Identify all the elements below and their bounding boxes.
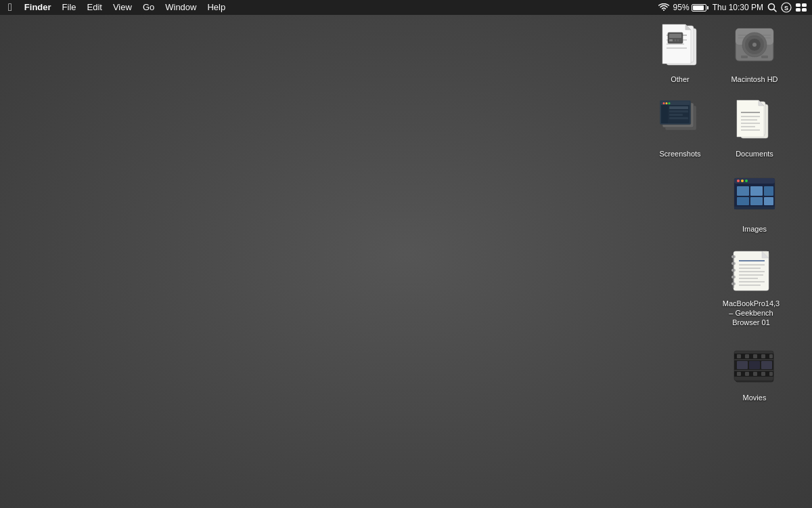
menu-view[interactable]: View: [108, 0, 137, 15]
menu-help[interactable]: Help: [202, 0, 231, 15]
desktop-icon-images[interactable]: Images: [724, 170, 785, 236]
svg-rect-18: [669, 39, 673, 41]
svg-rect-43: [669, 117, 688, 119]
svg-rect-39: [661, 105, 668, 123]
desktop-icons: Other: [650, 20, 785, 405]
geekbench-icon-image: [727, 247, 775, 296]
screenshots-icon-image: [656, 98, 704, 146]
svg-point-36: [663, 102, 665, 104]
svg-rect-96: [769, 372, 773, 376]
svg-rect-99: [749, 361, 760, 369]
svg-point-58: [745, 179, 748, 182]
siri-icon[interactable]: S: [781, 2, 792, 13]
desktop-row-3: Images: [650, 170, 785, 236]
svg-rect-19: [675, 39, 676, 41]
svg-rect-20: [677, 39, 679, 41]
desktop-icon-movies[interactable]: Movies: [724, 339, 785, 405]
desktop-icon-geekbench[interactable]: MacBookPro14,3 – Geekbench Browser 01: [717, 245, 785, 331]
svg-rect-88: [745, 354, 749, 358]
menubar-left:  Finder File Edit View Go Window Help: [5, 0, 231, 15]
svg-rect-64: [764, 197, 773, 205]
desktop-icon-macintosh-hd[interactable]: Macintosh HD: [724, 20, 785, 87]
app-name[interactable]: Finder: [19, 0, 57, 15]
svg-point-38: [669, 102, 671, 104]
svg-rect-55: [734, 178, 775, 184]
movies-label: Movies: [743, 393, 767, 402]
svg-rect-95: [761, 372, 765, 376]
menu-file[interactable]: File: [57, 0, 82, 15]
screenshots-label: Screenshots: [659, 149, 700, 158]
svg-rect-4: [796, 3, 800, 7]
svg-rect-62: [737, 197, 749, 205]
svg-rect-94: [753, 372, 757, 376]
svg-rect-63: [750, 197, 763, 205]
movies-icon-image: [730, 341, 779, 390]
menu-window[interactable]: Window: [160, 0, 202, 15]
svg-rect-41: [669, 110, 688, 112]
menubar-right: 95% Thu 10:30 PM S: [658, 2, 807, 13]
time-display: Thu 10:30 PM: [713, 3, 763, 12]
svg-text:S: S: [784, 5, 788, 12]
desktop-icon-documents[interactable]: Documents: [724, 95, 785, 161]
desktop-icon-other[interactable]: Other: [650, 20, 710, 87]
control-center-icon[interactable]: [796, 3, 807, 12]
svg-rect-91: [769, 354, 773, 358]
svg-rect-92: [737, 372, 741, 376]
svg-rect-65: [734, 207, 775, 209]
wifi-status[interactable]: [658, 3, 669, 12]
svg-rect-87: [737, 354, 741, 358]
svg-rect-90: [761, 354, 765, 358]
other-label: Other: [671, 75, 690, 84]
svg-rect-5: [802, 3, 807, 7]
menu-edit[interactable]: Edit: [82, 0, 108, 15]
desktop-row-4: MacBookPro14,3 – Geekbench Browser 01: [650, 245, 785, 331]
apple-menu[interactable]: : [5, 0, 19, 15]
svg-rect-60: [750, 186, 763, 196]
battery-status[interactable]: 95%: [673, 3, 708, 12]
images-icon-image: [730, 173, 779, 221]
desktop-icon-screenshots[interactable]: Screenshots: [650, 95, 710, 161]
spotlight-icon[interactable]: [767, 3, 777, 12]
svg-rect-29: [741, 56, 748, 58]
svg-rect-35: [661, 102, 690, 105]
svg-rect-100: [761, 361, 772, 369]
svg-rect-89: [753, 354, 757, 358]
svg-rect-6: [796, 8, 800, 12]
svg-rect-61: [764, 186, 773, 196]
svg-point-57: [741, 179, 744, 182]
geekbench-label: MacBookPro14,3 – Geekbench Browser 01: [720, 299, 782, 328]
svg-point-26: [752, 43, 757, 47]
desktop-row-5: Movies: [650, 339, 785, 405]
wifi-icon: [658, 3, 669, 12]
svg-rect-17: [669, 34, 681, 38]
svg-point-37: [666, 102, 668, 104]
svg-rect-59: [737, 186, 749, 196]
svg-line-1: [774, 9, 777, 12]
images-label: Images: [742, 224, 767, 234]
svg-rect-40: [669, 106, 688, 109]
clock: Thu 10:30 PM: [713, 3, 763, 12]
menu-go[interactable]: Go: [137, 0, 160, 15]
other-icon-image: [656, 23, 704, 72]
svg-rect-98: [737, 361, 748, 369]
svg-rect-30: [761, 56, 768, 58]
svg-rect-93: [745, 372, 749, 376]
desktop-row-2: Screenshots: [650, 95, 785, 161]
battery-percentage: 95%: [673, 3, 690, 12]
documents-icon-image: [730, 98, 779, 146]
documents-label: Documents: [736, 149, 773, 158]
macintosh-hd-label: Macintosh HD: [731, 75, 777, 84]
svg-point-56: [737, 179, 740, 182]
menubar:  Finder File Edit View Go Window Help 9…: [0, 0, 812, 15]
desktop-row-1: Other: [650, 20, 785, 87]
macintosh-hd-icon-image: [730, 23, 779, 72]
battery-icon: [692, 4, 708, 12]
svg-rect-42: [669, 114, 683, 116]
svg-rect-7: [802, 8, 807, 12]
